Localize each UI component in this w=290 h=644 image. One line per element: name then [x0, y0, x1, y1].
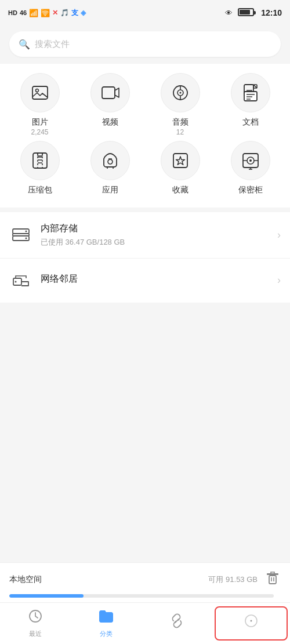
status-signal: 46: [20, 9, 27, 16]
app-icon: [100, 151, 120, 170]
internal-storage-title: 内部存储: [41, 223, 277, 235]
tab-link[interactable]: [142, 603, 212, 644]
safe-label: 保密柜: [238, 185, 263, 195]
category-row-1: 图片 2,245 视频: [5, 73, 285, 136]
category-row-2: 压缩包 应用: [5, 141, 285, 196]
category-images[interactable]: 图片 2,245: [8, 73, 72, 136]
battery-icon: [236, 8, 254, 18]
svg-rect-0: [32, 86, 48, 99]
category-audio[interactable]: 音频 12: [148, 73, 212, 136]
apps-label: 应用: [102, 185, 118, 195]
search-area: 🔍 搜索文件: [0, 26, 290, 64]
tab-category[interactable]: 分类: [71, 603, 142, 644]
recent-icon: [28, 609, 43, 627]
docs-icon-circle: [231, 73, 270, 112]
tab-category-label: 分类: [100, 630, 113, 638]
archive-icon: [30, 151, 50, 170]
network-storage-info: 网络邻居: [41, 273, 277, 288]
category-archive[interactable]: 压缩包: [8, 141, 72, 196]
more-icon: [244, 613, 259, 632]
tab-recent[interactable]: 最近: [0, 603, 71, 644]
svg-point-19: [26, 238, 27, 239]
svg-rect-9: [33, 153, 47, 168]
progress-bar-bg: [9, 594, 274, 598]
category-grid: 图片 2,245 视频: [0, 64, 290, 208]
svg-point-26: [251, 620, 252, 621]
network-storage-title: 网络邻居: [41, 273, 277, 285]
svg-rect-10: [38, 153, 42, 156]
star-icon: [171, 151, 190, 170]
search-bar[interactable]: 🔍 搜索文件: [9, 31, 281, 57]
video-icon-circle: [90, 73, 130, 112]
category-safe[interactable]: 保密柜: [219, 141, 282, 196]
network-storage-icon: [9, 269, 32, 292]
network-storage-chevron: ›: [277, 274, 281, 286]
status-right: 👁 12:10: [225, 8, 282, 18]
progress-row: [9, 594, 281, 598]
tab-more[interactable]: [215, 606, 288, 641]
svg-rect-22: [267, 573, 278, 575]
svg-point-17: [26, 231, 27, 232]
status-eye: 👁: [225, 9, 233, 17]
svg-point-11: [108, 159, 113, 164]
category-tab-icon: [98, 609, 114, 627]
doc-icon: [241, 83, 260, 103]
audio-count: 12: [176, 128, 184, 136]
status-hd: HD: [8, 9, 17, 16]
images-count: 2,245: [31, 128, 48, 136]
internal-storage-item[interactable]: 内部存储 已使用 36.47 GB/128 GB ›: [0, 212, 290, 259]
archive-icon-circle: [20, 141, 60, 180]
status-music: 🎵: [60, 9, 69, 17]
svg-rect-2: [102, 87, 115, 99]
svg-rect-20: [13, 278, 21, 285]
link-icon: [169, 613, 184, 632]
storage-section: 内部存储 已使用 36.47 GB/128 GB › 网络邻居 ›: [0, 212, 290, 303]
status-x: ✕: [52, 9, 58, 17]
status-bar: HD 46 📶 🛜 ✕ 🎵 支 ◈ 👁 12:10: [0, 0, 290, 26]
svg-point-5: [179, 92, 181, 94]
status-time: 12:10: [261, 8, 282, 17]
search-placeholder: 搜索文件: [35, 39, 70, 50]
progress-bar-fill: [9, 594, 84, 598]
audio-icon: [171, 83, 190, 103]
status-vivo: ◈: [81, 9, 86, 17]
video-icon: [100, 83, 120, 103]
internal-storage-info: 内部存储 已使用 36.47 GB/128 GB: [41, 223, 277, 248]
images-label: 图片: [32, 117, 48, 127]
internal-storage-icon: [9, 223, 32, 246]
status-wifi: 🛜: [41, 9, 50, 17]
category-video[interactable]: 视频: [78, 73, 142, 136]
video-label: 视频: [102, 117, 118, 127]
apps-icon-circle: [90, 141, 130, 180]
internal-storage-chevron: ›: [277, 229, 281, 241]
audio-icon-circle: [161, 73, 200, 112]
clean-icon[interactable]: [264, 570, 281, 590]
audio-label: 音频: [172, 117, 188, 127]
category-docs[interactable]: 文档: [219, 73, 282, 136]
svg-point-21: [15, 281, 17, 282]
status-bars: 📶: [29, 9, 38, 17]
local-storage-label: 本地空间: [9, 574, 42, 585]
category-favorites[interactable]: 收藏: [148, 141, 212, 196]
status-alipay: 支: [71, 8, 78, 18]
tab-recent-label: 最近: [29, 630, 42, 638]
safe-icon: [241, 151, 260, 170]
tab-bar: 最近 分类: [0, 602, 290, 644]
svg-point-15: [249, 159, 252, 162]
network-storage-item[interactable]: 网络邻居 ›: [0, 259, 290, 303]
category-apps[interactable]: 应用: [78, 141, 142, 196]
archive-label: 压缩包: [28, 185, 52, 195]
local-storage-header: 本地空间 可用 91.53 GB: [9, 570, 281, 590]
images-icon-circle: [20, 73, 60, 112]
svg-rect-12: [173, 154, 187, 168]
favorites-label: 收藏: [172, 185, 188, 195]
svg-rect-23: [269, 576, 276, 584]
svg-point-1: [35, 89, 38, 92]
favorites-icon-circle: [161, 141, 200, 180]
image-icon: [30, 83, 50, 103]
local-storage-available: 可用 91.53 GB: [208, 574, 258, 585]
docs-label: 文档: [242, 117, 259, 127]
empty-space: [0, 307, 290, 562]
safe-icon-circle: [231, 141, 270, 180]
search-icon: 🔍: [19, 39, 30, 50]
